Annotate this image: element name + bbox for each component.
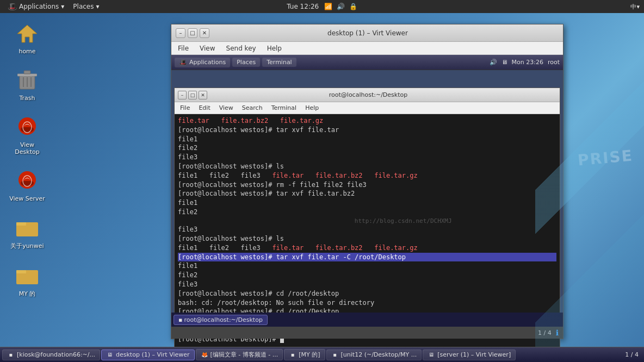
taskbar-desktop-virt-icon: 🖥 [106,351,114,359]
vm-taskbar-right: 🔊 🖥 Mon 23:26 root [490,59,560,66]
term-menu-view[interactable]: View [216,104,237,112]
taskbar-server-virt-icon: 🖥 [428,351,435,359]
inner-terminal-title: root@localhost:~/Desktop [207,91,529,98]
inner-terminal-window: – □ ✕ root@localhost:~/Desktop File Edit… [174,88,560,347]
vm-user: root [548,59,560,66]
wifi-icon: 📶 [324,3,332,10]
svg-rect-3 [24,71,30,74]
enterprise-text: PRISE [577,147,634,170]
vm-terminal-menu[interactable]: Terminal [262,58,296,67]
places-menu[interactable]: Places ▾ [70,2,102,11]
inner-win-controls: – □ ✕ [178,91,207,99]
taskbar-blog-icon: 🦊 [201,351,208,359]
virt-viewer-restore[interactable]: □ [188,28,197,38]
vm-places-menu[interactable]: Places [232,58,260,67]
trash-icon[interactable]: Trash [5,65,49,104]
my-icon[interactable]: MY 的 [5,260,49,300]
taskbar-unit12[interactable]: ▪ [unit12 (~/Desktop/MY ... [326,349,422,360]
applications-arrow: ▾ [61,3,64,10]
input-method[interactable]: 中▾ [630,3,640,11]
taskbar-unit12-label: [unit12 (~/Desktop/MY ... [341,351,417,358]
taskbar-server-virt-label: [server (1) – Virt Viewer] [437,351,511,358]
term-menu-search[interactable]: Search [239,104,266,112]
trash-label: Trash [19,95,35,102]
virt-viewer-window: – □ ✕ desktop (1) – Virt Viewer File Vie… [171,24,564,339]
taskbar-desktop-virt[interactable]: 🖥 desktop (1) – Virt Viewer [101,349,195,360]
home-label: home [18,48,35,55]
term-line-13: [root@localhost westos]# ls [178,234,556,244]
terminal-content[interactable]: file.tar file.tar.bz2 file.tar.gz [root@… [175,114,560,347]
term-line-6: [root@localhost westos]# ls [178,162,556,171]
term-line-12: file3 [178,225,556,234]
inner-restore-btn[interactable]: □ [188,91,197,99]
view-desktop-icon[interactable]: View Desktop [5,112,49,158]
term-menu-terminal[interactable]: Terminal [268,104,300,112]
my-icon-img [14,263,40,289]
vm-terminal-taskbar-icon: ▪ [178,316,182,323]
vm-info-icon: ℹ [556,328,559,337]
vm-datetime: Mon 23:26 [512,59,543,66]
term-line-5: file3 [178,153,556,162]
vm-network-icon: 🖥 [501,59,507,66]
taskbar-my[interactable]: ▪ [MY 的] [284,349,325,360]
svg-rect-16 [16,270,26,273]
taskbar-kiosk-label: [kiosk@foundation66:~/... [17,351,95,358]
inner-minimize-btn[interactable]: – [178,91,187,99]
taskbar-unit12-icon: ▪ [331,351,339,359]
trash-icon-img [14,67,40,93]
taskbar-server-virt[interactable]: 🖥 [server (1) – Virt Viewer] [423,349,516,360]
term-line-18: [root@localhost westos]# cd /root/deskto… [178,289,556,298]
term-menu-help[interactable]: Help [302,104,322,112]
virt-menu-view[interactable]: View [195,43,219,53]
view-server-icon[interactable]: View Server [5,166,49,204]
virt-viewer-title: desktop (1) – Virt Viewer [209,29,526,37]
virt-viewer-menubar: File View Send key Help [171,42,563,55]
term-menu-edit[interactable]: Edit [195,104,213,112]
terminal-menubar: File Edit View Search Terminal Help [175,102,560,114]
term-line-9: [root@localhost westos]# tar xvf file.ta… [178,189,556,198]
speaker-icon: 🔊 [337,3,345,10]
places-arrow: ▾ [96,3,100,10]
svg-marker-0 [17,25,37,42]
term-line-2: [root@localhost westos]# tar xvf file.ta… [178,126,556,135]
my-label: MY 的 [19,290,36,298]
system-topbar: 🎩 Applications ▾ Places ▾ Tue 12:26 📶 🔊 … [0,0,644,13]
inner-close-btn[interactable]: ✕ [199,91,207,99]
term-watermark: http://blog.csdn.net/DCHXMJ [178,217,556,225]
home-icon[interactable]: home [5,18,49,57]
taskbar-kiosk[interactable]: ▪ [kiosk@foundation66:~/... [2,349,100,360]
about-yunwei-icon[interactable]: 关于yunwei [5,213,49,252]
topbar-clock: Tue 12:26 📶 🔊 🔒 [287,3,357,10]
vm-applications-menu[interactable]: 🎩 Applications [175,58,230,67]
applications-menu[interactable]: 🎩 Applications ▾ [4,1,67,12]
vm-sound-icon: 🔊 [490,59,497,66]
term-line-14: file1 file2 file3 file.tar file.tar.bz2 … [178,244,556,253]
desktop: home Trash [0,13,644,347]
term-line-8: [root@localhost westos]# rm -f file1 fil… [178,180,556,190]
term-line-15: file1 [178,261,556,271]
svg-rect-14 [16,222,26,226]
vm-status-page: 1 / 4 [538,329,552,336]
virt-menu-help[interactable]: Help [263,43,286,53]
vm-places-label[interactable]: Places [237,59,256,66]
view-server-label: View Server [9,195,45,202]
term-menu-file[interactable]: File [177,104,193,112]
taskbar-blog-label: [编辑文章 - 博客频道 - ... [210,351,278,359]
home-icon-img [14,21,40,47]
term-line-3: file1 [178,135,556,144]
vm-applications-label[interactable]: Applications [189,59,226,66]
virt-viewer-titlebar: – □ ✕ desktop (1) – Virt Viewer [171,24,563,42]
virt-menu-file[interactable]: File [174,43,193,53]
virt-menu-sendkey[interactable]: Send key [222,43,261,53]
virt-viewer-close[interactable]: ✕ [200,28,209,38]
term-line-17: file3 [178,280,556,289]
taskbar-desktop-virt-label: desktop (1) – Virt Viewer [116,351,190,358]
vm-terminal-taskbar-item[interactable]: ▪ root@localhost:~/Desktop [174,315,268,325]
applications-label[interactable]: Applications [19,3,59,10]
virt-viewer-minimize[interactable]: – [176,28,185,38]
view-desktop-icon-img [14,114,40,140]
taskbar-blog[interactable]: 🦊 [编辑文章 - 博客频道 - ... [196,349,283,360]
vm-terminal-label[interactable]: Terminal [267,59,292,66]
places-label[interactable]: Places [73,3,94,10]
term-line-7: file1 file2 file3 file.tar file.tar.bz2 … [178,171,556,180]
